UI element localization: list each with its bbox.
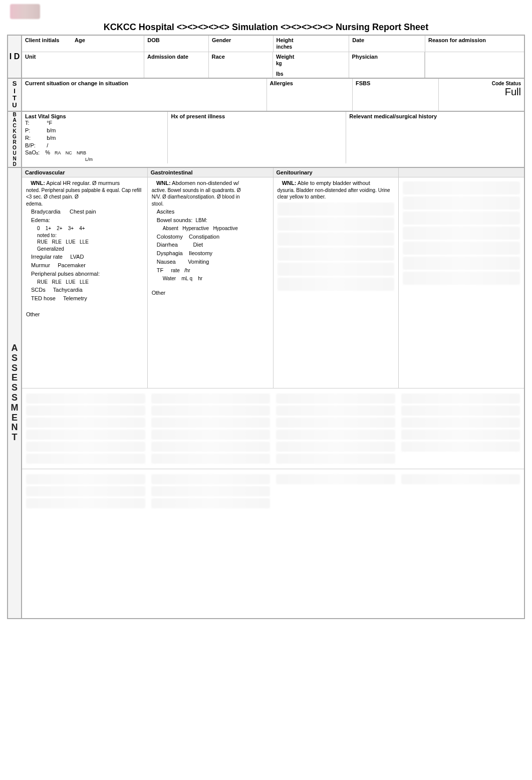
field-physician[interactable]: Physician xyxy=(349,52,425,78)
label-noted-to: noted to: xyxy=(37,232,143,239)
label-weight-lbs: lbs xyxy=(276,71,346,77)
label-relevant: Relevant medical/surgical history xyxy=(349,113,437,119)
col-cardiovascular[interactable]: WNL: Apical HR regular. Ø murmurs noted.… xyxy=(22,177,148,388)
redacted-content xyxy=(403,197,520,210)
label-reason: Reason for admission xyxy=(428,37,486,43)
opt-irregular: Irregular rate xyxy=(31,254,63,260)
opt-ted: TED hose xyxy=(31,295,56,301)
field-code-status[interactable]: Code Status Full xyxy=(439,79,524,111)
opt-ileostomy: Ileostomy xyxy=(189,250,212,256)
opt-constipation: Constipation xyxy=(189,234,219,240)
redacted-content xyxy=(278,218,395,231)
field-allergies[interactable]: Allergies xyxy=(267,79,353,111)
cv-wnl: Apical HR regular. Ø murmurs xyxy=(46,180,120,186)
tf-hr: hr xyxy=(198,276,202,281)
field-reason[interactable]: Reason for admission xyxy=(425,36,524,52)
pp-rue: RUE xyxy=(37,279,48,285)
edema-1: 1+ xyxy=(46,226,51,231)
opt-dysphagia: Dysphagia xyxy=(157,250,183,256)
label-weight: Weight xyxy=(276,54,294,60)
id-section: I D Client initials Age DOB Gender Heigh… xyxy=(8,35,524,78)
redacted-content xyxy=(278,278,395,291)
label-bp: B/P: xyxy=(25,142,42,149)
opt-murmur: Murmur xyxy=(31,262,50,268)
value-code-status: Full xyxy=(505,86,521,97)
gi-wnl2: active. Bowel sounds in all quadrants. Ø xyxy=(152,187,269,194)
field-client-initials[interactable]: Client initials Age xyxy=(22,36,144,52)
section-label-id: I D xyxy=(8,36,22,78)
label-sao2: SaO₂: xyxy=(25,149,42,156)
unit-temp: °F xyxy=(47,120,52,126)
redacted-content xyxy=(403,242,520,255)
pp-lle: LLE xyxy=(80,279,89,285)
edema-3: 3+ xyxy=(68,226,74,231)
field-hx-illness[interactable]: Hx of present illness xyxy=(168,112,346,163)
edema-2: 2+ xyxy=(57,226,62,231)
cv-wnl3: edema. xyxy=(26,201,143,208)
redacted-content xyxy=(278,203,395,216)
label-gender: Gender xyxy=(212,37,231,43)
situ-section: SITU Current situation or change in situ… xyxy=(8,78,524,111)
section-label-id-text: I D xyxy=(10,52,20,61)
label-temp: T: xyxy=(25,119,42,127)
opt-colostomy: Colostomy xyxy=(157,234,183,240)
gi-wnl4: stool. xyxy=(152,201,269,208)
field-height[interactable]: Height inches xyxy=(274,36,350,52)
unit-resp: b/m xyxy=(47,135,56,141)
redacted-content xyxy=(278,248,395,261)
page-title: KCKCC Hospital <><><><><> Simulation <><… xyxy=(0,19,532,35)
edema-4: 4+ xyxy=(79,226,85,231)
col-header-gi: Gastrointestinal xyxy=(148,168,274,177)
col-gi[interactable]: WNL: Abdomen non-distended w/ active. Bo… xyxy=(148,177,274,388)
label-weight-kg: kg xyxy=(276,61,346,66)
section-label-background: BACKGROUND xyxy=(8,112,22,167)
field-race[interactable]: Race xyxy=(209,52,274,78)
field-admission-date[interactable]: Admission date xyxy=(144,52,209,78)
field-unit[interactable]: Unit xyxy=(22,52,144,78)
loc-rle: RLE xyxy=(52,239,61,245)
field-current-situation[interactable]: Current situation or change in situation xyxy=(22,79,267,111)
field-last-vitals[interactable]: Last Vital Signs T: °F P: b/m R: b/m B/P… xyxy=(22,112,168,163)
opt-tf: TF xyxy=(157,267,163,273)
opt-ra: RA xyxy=(55,150,61,155)
opt-chest-pain: Chest pain xyxy=(70,209,96,215)
bs-hypo: Hypoactive xyxy=(213,226,237,231)
label-height-unit: inches xyxy=(277,44,346,50)
tf-mlq: mL q xyxy=(181,276,192,281)
field-date[interactable]: Date xyxy=(349,36,425,52)
tf-rate: rate xyxy=(171,268,179,273)
field-gender[interactable]: Gender xyxy=(209,36,274,52)
label-client-initials: Client initials xyxy=(25,37,59,43)
label-code-status: Code Status xyxy=(492,81,521,86)
col-header-gu: Genitourinary xyxy=(274,168,399,177)
opt-nausea: Nausea xyxy=(157,259,176,265)
gu-wnl2: dysuria. Bladder non-distended after voi… xyxy=(278,187,395,201)
loc-lue: LUE xyxy=(66,239,75,245)
field-fsbs[interactable]: FSBS xyxy=(353,79,439,111)
pp-lue: LUE xyxy=(66,279,75,285)
unit-pulse: b/m xyxy=(47,127,56,133)
field-reason-cont[interactable] xyxy=(425,52,524,78)
opt-edema: Edema: xyxy=(31,217,143,224)
lower-section-2 xyxy=(22,469,524,539)
field-weight[interactable]: Weight kg lbs xyxy=(273,52,349,78)
opt-pacemaker: Pacemaker xyxy=(58,262,86,268)
field-relevant-history[interactable]: Relevant medical/surgical history xyxy=(346,112,524,163)
label-bowel-sounds: Bowel sounds: xyxy=(157,217,193,223)
label-lbm: LBM: xyxy=(195,218,207,223)
pp-rle: RLE xyxy=(52,279,61,285)
field-dob[interactable]: DOB xyxy=(144,36,209,52)
redacted-content xyxy=(403,181,520,194)
col-blank[interactable] xyxy=(399,177,524,388)
label-allergies: Allergies xyxy=(270,80,293,86)
col-gu[interactable]: WNL: Able to empty bladder without dysur… xyxy=(274,177,399,388)
gi-other: Other xyxy=(152,289,269,297)
opt-lvad: LVAD xyxy=(70,254,84,260)
bs-hyper: Hyperactive xyxy=(182,226,209,231)
label-pulse: P: xyxy=(25,127,42,134)
cv-wnl2: noted. Peripheral pulses palpable & equa… xyxy=(26,187,143,201)
redacted-content xyxy=(278,233,395,246)
label-dob: DOB xyxy=(147,37,159,43)
redacted-content xyxy=(403,212,520,225)
gu-wnl: Able to empty bladder without xyxy=(298,180,370,186)
